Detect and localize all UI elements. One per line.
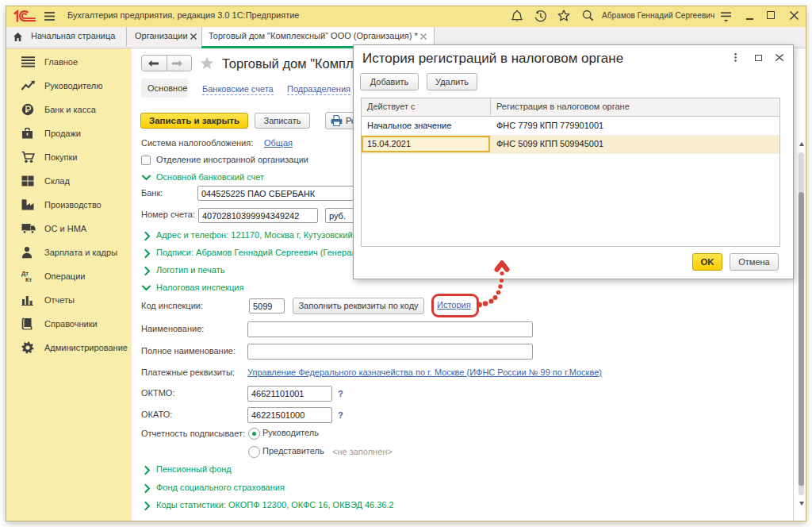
svg-text:Кт: Кт [25, 276, 33, 283]
